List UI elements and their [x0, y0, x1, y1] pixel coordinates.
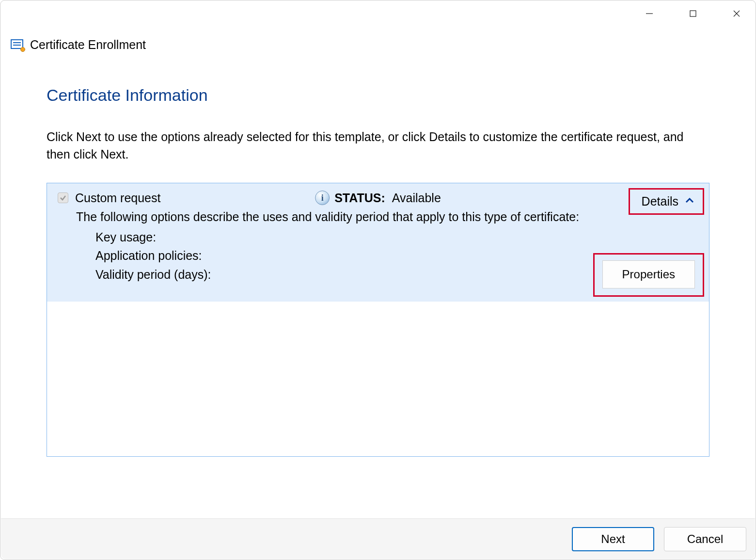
certificate-icon — [11, 39, 24, 51]
next-button[interactable]: Next — [572, 527, 654, 551]
header: Certificate Enrollment — [0, 38, 756, 52]
instructions-text: Click Next to use the options already se… — [47, 128, 709, 163]
titlebar — [0, 0, 756, 23]
footer-bar: Next Cancel — [1, 518, 755, 559]
maximize-button[interactable] — [678, 4, 708, 23]
section-heading: Certificate Information — [47, 86, 709, 105]
minimize-button[interactable] — [635, 4, 664, 23]
certificate-details-body: The following options describe the uses … — [58, 205, 698, 298]
properties-button[interactable]: Properties — [602, 260, 695, 288]
certificate-panel: Custom request i STATUS: Available Detai… — [47, 183, 709, 457]
certificate-name: Custom request — [75, 191, 160, 205]
details-toggle-label: Details — [642, 194, 678, 208]
status-block: i STATUS: Available — [315, 191, 441, 205]
certificate-item: Custom request i STATUS: Available Detai… — [47, 183, 709, 302]
svg-rect-1 — [690, 11, 696, 16]
content-area: Certificate Information Click Next to us… — [0, 52, 756, 457]
details-toggle[interactable]: Details — [629, 188, 704, 215]
certificate-item-header: Custom request i STATUS: Available Detai… — [58, 191, 698, 205]
status-value: Available — [392, 191, 441, 205]
status-label: STATUS: — [334, 191, 385, 205]
key-usage-field: Key usage: — [95, 228, 698, 247]
close-button[interactable] — [722, 4, 751, 23]
certificate-description: The following options describe the uses … — [76, 210, 698, 224]
properties-button-highlight: Properties — [593, 253, 704, 297]
chevron-up-icon — [685, 197, 694, 206]
certificate-checkbox[interactable] — [58, 192, 68, 203]
window-title: Certificate Enrollment — [30, 38, 146, 52]
cancel-button[interactable]: Cancel — [664, 527, 746, 551]
info-icon: i — [315, 191, 330, 205]
